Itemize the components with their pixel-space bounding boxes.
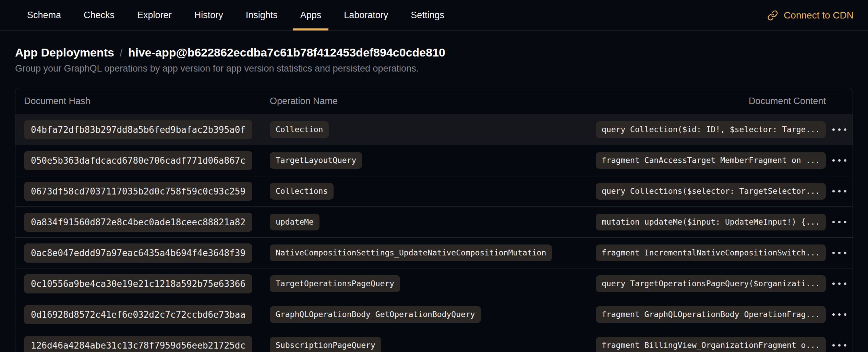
nav-tab-settings[interactable]: Settings — [403, 0, 451, 30]
nav-tab-history[interactable]: History — [187, 0, 230, 30]
document-content-cell: fragment BillingView_OrganizationFragmen… — [596, 337, 826, 352]
table-row[interactable]: 0d16928d8572c41ef6e032d2c7c72ccbd6e73baa… — [15, 299, 853, 330]
operation-name-cell: TargetLayoutQuery — [270, 152, 596, 169]
operation-name-cell: Collection — [270, 121, 596, 138]
document-hash-cell: 0d16928d8572c41ef6e032d2c7c72ccbd6e73baa — [24, 305, 270, 324]
operation-name-value: TargetLayoutQuery — [270, 152, 362, 169]
operation-name-value: GraphQLOperationBody_GetOperationBodyQue… — [270, 306, 481, 323]
ellipsis-icon — [832, 159, 846, 162]
nav-tab-laboratory[interactable]: Laboratory — [337, 0, 395, 30]
ellipsis-icon — [832, 344, 846, 347]
operation-name-cell: GraphQLOperationBody_GetOperationBodyQue… — [270, 306, 596, 323]
table-row[interactable]: 050e5b363dafdcacd6780e706cadf771d06a867c… — [15, 145, 853, 176]
column-header-operation-name: Operation Name — [270, 96, 596, 106]
operation-name-cell: Collections — [270, 183, 596, 200]
nav-tab-label: Insights — [246, 10, 278, 21]
connect-to-cdn-link[interactable]: Connect to CDN — [767, 10, 854, 21]
row-menu-button[interactable] — [827, 124, 852, 136]
nav-tab-schema[interactable]: Schema — [20, 0, 68, 30]
row-menu-button[interactable] — [827, 154, 852, 166]
nav-tab-label: Settings — [411, 10, 444, 21]
operation-name-cell: SubscriptionPageQuery — [270, 337, 596, 352]
nav-tab-label: Explorer — [137, 10, 172, 21]
row-menu-button[interactable] — [827, 185, 852, 197]
operation-name-value: Collection — [270, 121, 329, 138]
table-row[interactable]: 0ac8e047eddd97a97eac6435a4b694f4e3648f39… — [15, 237, 853, 268]
operation-name-value: TargetOperationsPageQuery — [270, 275, 400, 292]
document-content-cell: fragment GraphQLOperationBody_OperationF… — [596, 306, 826, 323]
document-content-cell: fragment IncrementalNativeCompositionSwi… — [596, 244, 826, 261]
ellipsis-icon — [832, 282, 846, 285]
document-hash-cell: 0c10556a9be4ca30e19e21c1218a592b75e63366 — [24, 274, 270, 293]
operation-name-cell: updateMe — [270, 214, 596, 230]
top-navigation: Schema Checks Explorer History Insights … — [0, 0, 868, 31]
table-row[interactable]: 0c10556a9be4ca30e19e21c1218a592b75e63366… — [15, 268, 853, 299]
document-content-cell: query Collections($selector: TargetSelec… — [596, 183, 826, 200]
document-hash-value: 0a834f91560d872e8c4bec0ade18ceec88821a82 — [24, 213, 252, 232]
operation-name-cell: TargetOperationsPageQuery — [270, 275, 596, 292]
document-hash-value: 050e5b363dafdcacd6780e706cadf771d06a867c — [24, 151, 252, 170]
ellipsis-icon — [832, 128, 846, 131]
document-hash-value: 0d16928d8572c41ef6e032d2c7c72ccbd6e73baa — [24, 305, 252, 324]
document-content-value: query Collection($id: ID!, $selector: Ta… — [596, 121, 826, 138]
operation-name-value: NativeCompositionSettings_UpdateNativeCo… — [270, 244, 552, 261]
document-hash-cell: 04bfa72dfb83b297dd8a5b6fed9bafac2b395a0f — [24, 120, 270, 139]
nav-tab-label: History — [194, 10, 223, 21]
document-hash-value: 0c10556a9be4ca30e19e21c1218a592b75e63366 — [24, 274, 252, 293]
document-hash-cell: 0a834f91560d872e8c4bec0ade18ceec88821a82 — [24, 213, 270, 232]
document-content-cell: query TargetOperationsPageQuery($organiz… — [596, 275, 826, 292]
connect-to-cdn-label: Connect to CDN — [784, 10, 854, 21]
nav-tabs: Schema Checks Explorer History Insights … — [0, 0, 451, 30]
nav-tab-label: Laboratory — [344, 10, 388, 21]
operation-name-cell: NativeCompositionSettings_UpdateNativeCo… — [270, 244, 596, 261]
document-hash-value: 04bfa72dfb83b297dd8a5b6fed9bafac2b395a0f — [24, 120, 252, 139]
document-content-value: fragment IncrementalNativeCompositionSwi… — [596, 244, 826, 261]
nav-tab-explorer[interactable]: Explorer — [130, 0, 179, 30]
breadcrumb-separator: / — [120, 47, 123, 59]
column-header-document-content: Document Content — [596, 96, 826, 106]
nav-tab-insights[interactable]: Insights — [239, 0, 285, 30]
column-header-document-hash: Document Hash — [24, 96, 270, 106]
document-content-value: fragment CanAccessTarget_MemberFragment … — [596, 152, 826, 169]
table-row[interactable]: 126d46a4284abe31c13c78f7959d56eeb21725dc… — [15, 330, 853, 352]
page-subtitle: Group your GraphQL operations by app ver… — [15, 63, 853, 74]
document-content-value: fragment GraphQLOperationBody_OperationF… — [596, 306, 826, 323]
row-menu-button[interactable] — [827, 278, 852, 290]
nav-tab-checks[interactable]: Checks — [76, 0, 122, 30]
breadcrumb-app-deployments-link[interactable]: App Deployments — [15, 46, 114, 59]
table-body: 04bfa72dfb83b297dd8a5b6fed9bafac2b395a0f… — [15, 114, 853, 352]
table-header-row: Document Hash Operation Name Document Co… — [15, 88, 853, 114]
ellipsis-icon — [832, 190, 846, 192]
document-content-cell: query Collection($id: ID!, $selector: Ta… — [596, 121, 826, 138]
row-menu-button[interactable] — [827, 216, 852, 228]
link-icon — [767, 10, 778, 21]
ellipsis-icon — [832, 252, 846, 254]
document-content-cell: mutation updateMe($input: UpdateMeInput!… — [596, 214, 826, 230]
table-row[interactable]: 04bfa72dfb83b297dd8a5b6fed9bafac2b395a0f… — [15, 114, 853, 145]
row-menu-button[interactable] — [827, 247, 852, 259]
document-content-value: fragment BillingView_OrganizationFragmen… — [596, 337, 826, 352]
table-row[interactable]: 0673df58cd7037117035b2d0c758f59c0c93c259… — [15, 176, 853, 206]
page-header: App Deployments / hive-app@b622862ecdba7… — [0, 46, 868, 74]
nav-tab-apps[interactable]: Apps — [293, 0, 329, 30]
breadcrumb: App Deployments / hive-app@b622862ecdba7… — [15, 46, 853, 59]
document-hash-cell: 0ac8e047eddd97a97eac6435a4b694f4e3648f39 — [24, 243, 270, 263]
document-hash-cell: 0673df58cd7037117035b2d0c758f59c0c93c259 — [24, 182, 270, 201]
document-hash-value: 0ac8e047eddd97a97eac6435a4b694f4e3648f39 — [24, 243, 252, 263]
row-menu-button[interactable] — [827, 309, 852, 320]
ellipsis-icon — [832, 313, 846, 316]
app-deployments-table: Document Hash Operation Name Document Co… — [15, 88, 853, 352]
document-hash-cell: 050e5b363dafdcacd6780e706cadf771d06a867c — [24, 151, 270, 170]
table-row[interactable]: 0a834f91560d872e8c4bec0ade18ceec88821a82… — [15, 206, 853, 237]
nav-tab-label: Schema — [27, 10, 61, 21]
document-hash-value: 126d46a4284abe31c13c78f7959d56eeb21725dc — [24, 336, 252, 352]
document-content-value: query TargetOperationsPageQuery($organiz… — [596, 275, 826, 292]
document-hash-value: 0673df58cd7037117035b2d0c758f59c0c93c259 — [24, 182, 252, 201]
row-menu-button[interactable] — [827, 339, 852, 351]
operation-name-value: SubscriptionPageQuery — [270, 337, 381, 352]
document-content-cell: fragment CanAccessTarget_MemberFragment … — [596, 152, 826, 169]
ellipsis-icon — [832, 221, 846, 223]
operation-name-value: Collections — [270, 183, 334, 200]
breadcrumb-current-app: hive-app@b622862ecdba7c61b78f412453def89… — [128, 46, 445, 59]
document-content-value: mutation updateMe($input: UpdateMeInput!… — [596, 214, 826, 230]
